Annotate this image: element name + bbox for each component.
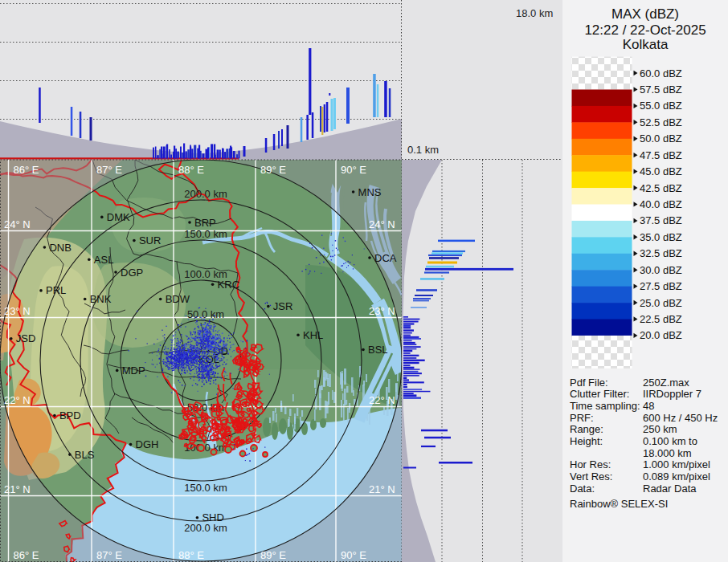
svg-text:Range:: Range: [570, 423, 603, 435]
svg-text:BDW: BDW [166, 293, 190, 305]
svg-text:22° N: 22° N [369, 394, 395, 406]
svg-text:27.5 dBZ: 27.5 dBZ [640, 280, 682, 292]
svg-text:89° E: 89° E [260, 549, 286, 561]
svg-text:87° E: 87° E [96, 164, 122, 176]
svg-text:86° E: 86° E [14, 164, 39, 176]
svg-text:Pdf File:: Pdf File: [570, 377, 608, 389]
svg-text:Time sampling:: Time sampling: [570, 400, 640, 412]
svg-text:BPD: BPD [59, 409, 81, 422]
svg-text:86° E: 86° E [14, 549, 39, 561]
svg-text:200.0 km: 200.0 km [184, 188, 227, 200]
svg-text:12:22 / 22-Oct-2025: 12:22 / 22-Oct-2025 [584, 22, 706, 38]
svg-text:30.0 dBZ: 30.0 dBZ [640, 264, 682, 276]
svg-text:KRC: KRC [218, 279, 239, 291]
svg-text:DCA: DCA [374, 252, 397, 264]
svg-text:600 Hz / 450 Hz: 600 Hz / 450 Hz [643, 412, 718, 424]
svg-text:Radar Data: Radar Data [643, 483, 697, 495]
svg-text:90° E: 90° E [341, 164, 366, 176]
svg-text:DGH: DGH [136, 438, 159, 450]
svg-text:0.089 km/pixel: 0.089 km/pixel [643, 470, 710, 483]
svg-text:BRP: BRP [194, 217, 216, 229]
svg-text:90° E: 90° E [341, 549, 366, 561]
svg-text:BLS: BLS [75, 449, 95, 461]
svg-text:Clutter Filter:: Clutter Filter: [570, 388, 629, 400]
svg-text:0.1 km: 0.1 km [407, 144, 439, 156]
svg-text:20.0 dBZ: 20.0 dBZ [640, 329, 682, 341]
svg-text:55.0 dBZ: 55.0 dBZ [640, 100, 682, 112]
svg-text:21° N: 21° N [369, 483, 395, 495]
svg-text:32.5 dBZ: 32.5 dBZ [640, 247, 682, 259]
svg-text:23° N: 23° N [369, 305, 395, 317]
svg-text:22.5 dBZ: 22.5 dBZ [640, 313, 682, 325]
svg-text:25.0 dBZ: 25.0 dBZ [640, 297, 682, 309]
svg-text:1.000 km/pixel: 1.000 km/pixel [643, 458, 710, 470]
svg-text:18.000 km: 18.000 km [643, 447, 692, 459]
svg-text:40.0 dBZ: 40.0 dBZ [640, 198, 682, 210]
svg-text:37.5 dBZ: 37.5 dBZ [640, 214, 682, 226]
svg-text:150.0 km: 150.0 km [184, 228, 227, 240]
svg-text:18.0 km: 18.0 km [516, 7, 553, 19]
svg-text:MAX (dBZ): MAX (dBZ) [611, 6, 679, 22]
svg-text:SUR: SUR [139, 234, 161, 246]
svg-text:57.5 dBZ: 57.5 dBZ [640, 83, 682, 96]
svg-text:60.0 dBZ: 60.0 dBZ [640, 67, 682, 79]
svg-text:50.0 dBZ: 50.0 dBZ [640, 132, 682, 145]
svg-text:22° N: 22° N [4, 394, 31, 406]
svg-text:45.0 dBZ: 45.0 dBZ [640, 165, 682, 177]
svg-text:87° E: 87° E [96, 549, 122, 561]
svg-text:23° N: 23° N [4, 305, 31, 317]
svg-text:JSD: JSD [16, 332, 36, 344]
svg-text:JSR: JSR [273, 300, 293, 312]
svg-text:42.5 dBZ: 42.5 dBZ [640, 182, 682, 194]
svg-text:47.5 dBZ: 47.5 dBZ [640, 149, 682, 161]
svg-text:88° E: 88° E [178, 549, 204, 561]
svg-text:250 km: 250 km [643, 423, 677, 435]
svg-text:Rainbow® SELEX-SI: Rainbow® SELEX-SI [570, 498, 668, 510]
svg-text:Vert Res:: Vert Res: [570, 470, 612, 483]
svg-text:KHL: KHL [303, 329, 323, 341]
svg-text:DGP: DGP [121, 267, 143, 279]
svg-text:DMK: DMK [107, 211, 130, 223]
svg-text:150.0 km: 150.0 km [184, 482, 227, 494]
svg-text:52.5 dBZ: 52.5 dBZ [640, 116, 682, 128]
svg-text:88° E: 88° E [178, 164, 204, 176]
svg-text:21° N: 21° N [4, 483, 31, 495]
svg-text:SHD: SHD [202, 511, 223, 523]
svg-text:BNK: BNK [90, 293, 112, 305]
svg-text:DNB: DNB [49, 242, 71, 254]
svg-text:MNS: MNS [358, 186, 382, 198]
svg-text:250Z.max: 250Z.max [643, 377, 689, 389]
svg-text:Kolkata: Kolkata [623, 37, 669, 52]
svg-text:24° N: 24° N [4, 218, 31, 230]
svg-text:Data:: Data: [570, 483, 595, 495]
svg-text:Height:: Height: [570, 435, 603, 447]
svg-text:48: 48 [643, 400, 654, 412]
svg-text:ASL: ASL [94, 254, 114, 266]
svg-text:24° N: 24° N [369, 218, 395, 230]
svg-text:BSL: BSL [368, 344, 388, 356]
svg-text:PRL: PRL [46, 284, 66, 296]
svg-text:Hor Res:: Hor Res: [570, 458, 611, 470]
svg-text:MDP: MDP [122, 364, 145, 377]
svg-text:89° E: 89° E [260, 164, 286, 176]
svg-text:50.0 km: 50.0 km [187, 308, 224, 320]
svg-text:35.0 dBZ: 35.0 dBZ [640, 231, 682, 243]
svg-text:IIRDoppler 7: IIRDoppler 7 [643, 388, 701, 400]
svg-text:PRF:: PRF: [570, 412, 594, 424]
svg-text:0.100 km to: 0.100 km to [643, 435, 697, 447]
